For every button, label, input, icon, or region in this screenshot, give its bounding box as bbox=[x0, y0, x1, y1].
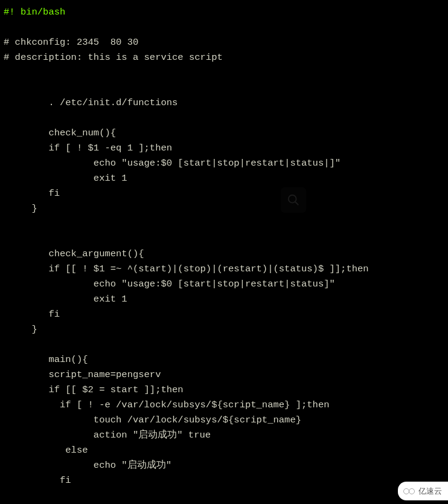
code-line: . /etc/init.d/functions bbox=[4, 97, 178, 108]
svg-point-2 bbox=[404, 488, 409, 494]
code-line: echo "启动成功" bbox=[4, 460, 171, 471]
code-line: exit 1 bbox=[4, 294, 127, 305]
code-line: # description: this is a service script bbox=[4, 52, 223, 63]
code-line: if [ ! $1 -eq 1 ];then bbox=[4, 143, 172, 153]
code-line: echo "usage:$0 [start|stop|restart|statu… bbox=[4, 158, 341, 169]
code-line: if [ ! -e /var/lock/subsys/${script_name… bbox=[4, 399, 330, 410]
code-block: #! bin/bash # chkconfig: 2345 80 30 # de… bbox=[0, 0, 448, 493]
code-line: if [[ $2 = start ]];then bbox=[4, 384, 184, 395]
svg-point-0 bbox=[289, 195, 296, 203]
code-line: exit 1 bbox=[4, 173, 127, 184]
code-line: } bbox=[4, 203, 37, 214]
search-icon bbox=[287, 193, 300, 207]
svg-line-1 bbox=[295, 202, 299, 205]
code-line: echo "usage:$0 [start|stop|restart|statu… bbox=[4, 279, 335, 289]
code-line: fi bbox=[4, 309, 60, 320]
brand-logo-pill: 亿速云 bbox=[398, 482, 448, 500]
code-line: # chkconfig: 2345 80 30 bbox=[4, 37, 138, 48]
cloud-icon bbox=[403, 487, 416, 496]
code-line: action "启动成功" true bbox=[4, 430, 211, 441]
code-line-shebang: #! bin/bash bbox=[4, 7, 65, 18]
code-line: script_name=pengserv bbox=[4, 369, 161, 380]
code-line: main(){ bbox=[4, 354, 88, 365]
code-line: else bbox=[4, 445, 88, 456]
svg-point-3 bbox=[409, 488, 415, 494]
brand-logo-text: 亿速云 bbox=[418, 483, 442, 499]
code-line: } bbox=[4, 324, 37, 335]
code-line: fi bbox=[4, 188, 60, 199]
code-line: check_argument(){ bbox=[4, 248, 144, 259]
code-line: check_num(){ bbox=[4, 128, 116, 138]
code-line: touch /var/lock/subsys/${script_name} bbox=[4, 415, 301, 425]
code-line: if [[ ! $1 =~ ^(start)|(stop)|(restart)|… bbox=[4, 263, 369, 274]
code-line: fi bbox=[4, 475, 71, 486]
search-watermark bbox=[281, 187, 306, 213]
